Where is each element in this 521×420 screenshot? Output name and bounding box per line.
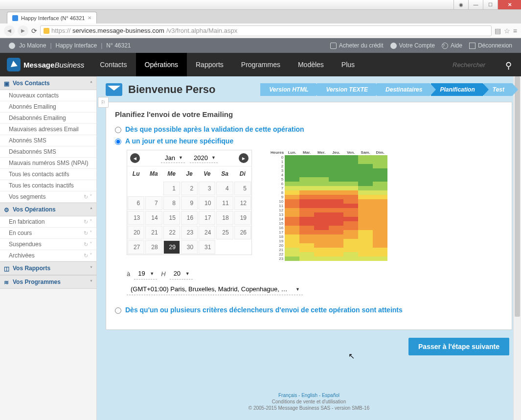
win-user-icon[interactable]: ◉ (453, 0, 468, 9)
option-specific-radio[interactable] (115, 139, 121, 145)
forward-button[interactable]: ► (18, 25, 28, 36)
cal-day[interactable]: 5 (234, 182, 251, 195)
reload-button[interactable]: ⟳ (31, 27, 37, 35)
cal-day[interactable]: 19 (234, 211, 251, 225)
sidebar-group-3[interactable]: ≋Vos Programmes˅ (0, 275, 96, 289)
sidebar-item[interactable]: En fabrication↻ ˅ (0, 216, 96, 228)
cal-day[interactable]: 24 (199, 226, 215, 239)
nav-plus[interactable]: Plus (333, 53, 363, 76)
option-asap-label[interactable]: Dès que possible après la validation de … (125, 125, 304, 133)
cal-day[interactable]: 30 (181, 240, 198, 254)
refresh-icon[interactable]: ↻ ˅ (84, 194, 92, 200)
cal-day[interactable]: 29 (163, 240, 180, 254)
sidebar-item[interactable]: Nouveaux contacts (0, 90, 96, 101)
step-1[interactable]: Version TEXTE (317, 83, 376, 96)
cal-day[interactable]: 1 (163, 182, 180, 195)
refresh-icon[interactable]: ↻ ˅ (84, 241, 92, 248)
buy-credit-link[interactable]: Acheter du crédit (330, 42, 384, 49)
step-2[interactable]: Destinataires (377, 83, 430, 96)
scrollbar[interactable] (513, 76, 521, 420)
nav-modèles[interactable]: Modèles (289, 53, 333, 76)
sidebar-item[interactable]: En cours↻ ˅ (0, 228, 96, 239)
tab-close-icon[interactable]: ✕ (88, 15, 91, 21)
minute-select[interactable]: 20 (170, 268, 193, 280)
sidebar-item[interactable]: Désabonnés SMS (0, 146, 96, 158)
cal-day[interactable]: 26 (234, 226, 251, 239)
win-minimize[interactable]: — (468, 0, 483, 9)
help-link[interactable]: ?Aide (442, 42, 462, 49)
cal-day[interactable]: 20 (128, 226, 144, 239)
nav-programmes[interactable]: Programmes (232, 53, 289, 76)
sidebar-item[interactable]: Tous les contacts inactifs (0, 180, 96, 191)
refresh-icon[interactable]: ↻ ˅ (84, 219, 92, 225)
footer-terms[interactable]: Conditions de vente et d'utilisation (108, 398, 510, 405)
cal-day[interactable]: 3 (199, 182, 215, 195)
hour-select[interactable]: 19 (134, 268, 157, 280)
cal-day[interactable]: 22 (163, 226, 180, 239)
browser-tab[interactable]: Happy Interface (N° 46321 ✕ (7, 12, 97, 23)
sidebar-item[interactable]: Vos segments↻ ˅ (0, 191, 96, 203)
cal-day[interactable]: 27 (128, 240, 144, 254)
sidebar-group-1[interactable]: ⚙Vos Opérations˄ (0, 203, 96, 216)
cal-day[interactable]: 12 (234, 196, 251, 210)
logout-link[interactable]: Déconnexion (469, 42, 512, 49)
cal-day[interactable]: 6 (128, 196, 144, 210)
cal-day[interactable]: 15 (163, 211, 180, 225)
cal-day[interactable]: 9 (181, 196, 198, 210)
url-field[interactable]: https://services.message-business.com/v3… (40, 25, 492, 36)
cal-next-button[interactable]: ► (239, 153, 249, 163)
sidebar-item[interactable]: Mauvaises adresses Email (0, 124, 96, 135)
cal-day[interactable]: 10 (199, 196, 215, 210)
sidebar-item[interactable]: Suspendues↻ ˅ (0, 239, 96, 250)
cal-year-select[interactable]: 2020 (190, 153, 218, 163)
bookmark-icon[interactable]: ☆ (504, 27, 510, 35)
option-asap-radio[interactable] (115, 127, 121, 133)
refresh-icon[interactable]: ↻ ˅ (84, 230, 92, 236)
cal-day[interactable]: 21 (145, 226, 162, 239)
option-specific-label[interactable]: A un jour et une heure spécifique (125, 137, 233, 145)
sidebar-group-2[interactable]: ◫Vos Rapports˅ (0, 261, 96, 275)
sidebar-item[interactable]: Tous les contacts actifs (0, 169, 96, 180)
scrollbar-thumb[interactable] (515, 76, 520, 317)
brand-logo[interactable]: MessageBusiness (0, 53, 91, 76)
cal-day[interactable]: 7 (145, 196, 162, 210)
next-step-button[interactable]: Passer à l'étape suivante (408, 338, 509, 355)
cal-day[interactable]: 4 (216, 182, 233, 195)
cal-day[interactable]: 11 (216, 196, 233, 210)
win-maximize[interactable]: ☐ (483, 0, 498, 9)
cal-day[interactable]: 25 (216, 226, 233, 239)
back-button[interactable]: ◄ (4, 25, 15, 36)
sidebar-item[interactable]: Mauvais numéros SMS (NPAI) (0, 158, 96, 169)
step-3[interactable]: Planification (431, 83, 482, 96)
sidebar-item[interactable]: Abonnés Emailing (0, 101, 96, 113)
nav-contacts[interactable]: Contacts (91, 53, 136, 76)
cal-day[interactable]: 18 (216, 211, 233, 225)
cal-day[interactable]: 14 (145, 211, 162, 225)
cal-day[interactable]: 17 (199, 211, 215, 225)
nav-opérations[interactable]: Opérations (136, 53, 187, 76)
search-input[interactable] (453, 61, 501, 69)
search-icon[interactable]: ⚲ (505, 60, 514, 69)
sidebar-item[interactable]: Abonnés SMS (0, 135, 96, 146)
win-close[interactable]: ✕ (498, 0, 521, 9)
step-0[interactable]: Version HTML (260, 83, 316, 96)
cal-day[interactable]: 2 (181, 182, 198, 195)
cal-day[interactable]: 8 (163, 196, 180, 210)
option-trigger-label[interactable]: Dès qu'un ou plusieurs critères déclench… (125, 306, 403, 314)
timezone-select[interactable]: (GMT+01:00) Paris, Bruxelles, Madrid, Co… (127, 283, 303, 295)
cal-day[interactable]: 23 (181, 226, 198, 239)
sidebar-item[interactable]: Désabonnés Emailing (0, 113, 96, 124)
cal-day[interactable]: 13 (128, 211, 144, 225)
menu-icon[interactable]: ≡ (513, 27, 517, 35)
cal-month-select[interactable]: Jan (161, 153, 185, 163)
option-trigger-radio[interactable] (115, 307, 121, 314)
cal-prev-button[interactable]: ◄ (130, 153, 140, 163)
sidebar-group-0[interactable]: ▣Vos Contacts˄ (0, 76, 96, 90)
translate-icon[interactable]: ▤ (495, 27, 501, 35)
cal-day[interactable]: 31 (199, 240, 215, 254)
sidebar-item[interactable]: Archivées↻ ˅ (0, 250, 96, 261)
footer-langs[interactable]: Français - English - Español (108, 392, 510, 398)
cal-day[interactable]: 16 (181, 211, 198, 225)
cal-day[interactable]: 28 (145, 240, 162, 254)
sidebar-pin-button[interactable]: ⚐ (98, 97, 109, 108)
